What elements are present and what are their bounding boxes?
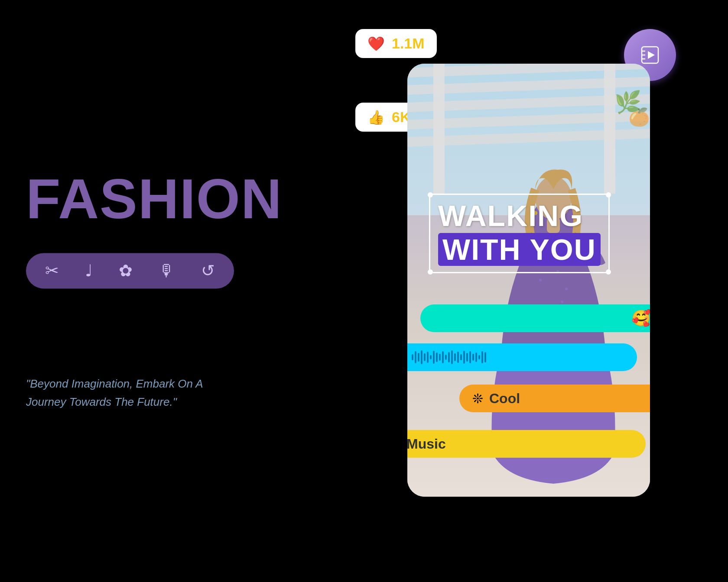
flower-icon[interactable]: ✿ <box>119 262 133 279</box>
tagline-text: "Beyond Imagination, Embark On A Journey… <box>26 375 208 411</box>
scissors-icon[interactable]: ✂ <box>45 262 59 279</box>
cool-icon: ❊ <box>472 391 483 406</box>
phone-wrapper: ❤️ 1.1M 👍 6K <box>407 64 650 518</box>
svg-marker-1 <box>648 51 655 59</box>
walking-text-line1: WALKING <box>438 201 601 230</box>
phone-card: 🌿 🍊 <box>407 64 650 497</box>
undo-icon[interactable]: ↺ <box>201 262 215 279</box>
thumbs-emoji: 👍 <box>367 109 385 126</box>
left-section: FASHION ✂ ♩ ✿ 🎙 ↺ "Beyond Imagination, E… <box>26 171 269 411</box>
music-note-icon[interactable]: ♩ <box>85 262 93 279</box>
walking-text-bg: WITH YOU <box>438 233 601 266</box>
cool-sticker-bar[interactable]: ❊ Cool <box>459 385 650 412</box>
walking-text-box: WALKING WITH YOU <box>429 194 610 273</box>
main-scene: FASHION ✂ ♩ ✿ 🎙 ↺ "Beyond Imagination, E… <box>0 0 728 582</box>
walking-text-line2: WITH YOU <box>442 235 596 264</box>
music-sticker-bar[interactable]: ♩ Music <box>407 430 646 458</box>
audio-waveform <box>412 349 486 365</box>
toolbar: ✂ ♩ ✿ 🎙 ↺ <box>26 253 234 288</box>
microphone-icon[interactable]: 🎙 <box>159 262 175 279</box>
hearts-count: 1.1M <box>392 35 425 52</box>
likes-card: ❤️ 1.1M <box>355 29 437 58</box>
fashion-title: FASHION <box>26 171 269 227</box>
phone-background: 🌿 🍊 <box>407 64 650 497</box>
music-label: Music <box>407 436 446 452</box>
svg-point-9 <box>565 288 568 290</box>
svg-point-7 <box>539 279 542 281</box>
svg-point-11 <box>561 301 563 303</box>
love-face-emoji: 🥰 <box>631 309 650 327</box>
heart-emoji: ❤️ <box>367 36 385 52</box>
audio-sticker-bar[interactable]: 🎙 <box>407 343 637 371</box>
emoji-sticker-bar[interactable]: 🥰 <box>420 304 650 332</box>
cool-label: Cool <box>489 391 520 407</box>
